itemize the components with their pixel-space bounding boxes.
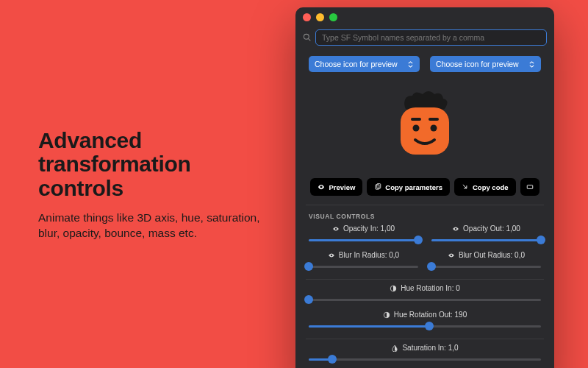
- eye-icon: [452, 225, 459, 233]
- contrast-icon: [383, 311, 390, 319]
- eye-icon: [318, 183, 325, 191]
- button-label: Preview: [329, 183, 355, 191]
- chevron-updown-icon: [407, 61, 414, 68]
- svg-rect-4: [429, 118, 439, 121]
- rectangle-icon: [526, 183, 534, 191]
- svg-point-6: [431, 125, 437, 132]
- svg-point-0: [304, 34, 309, 39]
- blur-out-control: Blur Out Radius: 0,0: [431, 251, 541, 272]
- opacity-out-control: Opacity Out: 1,00: [431, 224, 541, 245]
- opacity-in-control: Opacity In: 1,00: [309, 224, 418, 245]
- close-window-button[interactable]: [303, 13, 311, 21]
- opacity-out-slider[interactable]: [431, 235, 541, 245]
- window-titlebar: [295, 7, 554, 26]
- maximize-window-button[interactable]: [329, 13, 337, 21]
- headline: Advanced transformation controls: [38, 129, 266, 200]
- preview-icon-select-right[interactable]: Choose icon for preview: [430, 56, 541, 72]
- saturation-in-slider[interactable]: [309, 354, 541, 364]
- eye-icon: [332, 225, 340, 233]
- blur-in-slider[interactable]: [309, 261, 418, 272]
- svg-point-5: [413, 125, 420, 132]
- visual-controls-label: VISUAL CONTROLS: [295, 205, 554, 223]
- chevron-updown-icon: [528, 61, 535, 68]
- eye-icon: [328, 252, 335, 259]
- preview-area: [295, 78, 554, 174]
- search-icon: [303, 33, 311, 43]
- divider: [306, 339, 544, 339]
- opacity-row: Opacity In: 1,00 Opacity Out: 1,00: [295, 223, 554, 250]
- slider-label: Hue Rotation In: 0: [401, 284, 460, 292]
- slider-label: Saturation In: 1,0: [402, 344, 458, 352]
- saturation-in-control: Saturation In: 1,0: [295, 342, 554, 368]
- svg-rect-9: [527, 185, 533, 189]
- contrast-icon: [390, 285, 397, 292]
- preview-dropdown-row: Choose icon for preview Choose icon for …: [295, 52, 554, 78]
- slider-label: Hue Rotation Out: 190: [394, 311, 467, 319]
- hue-in-control: Hue Rotation In: 0: [295, 283, 554, 309]
- expand-button[interactable]: [520, 178, 539, 196]
- opacity-in-slider[interactable]: [309, 235, 418, 245]
- slider-label: Opacity In: 1,00: [343, 224, 395, 233]
- hue-in-slider[interactable]: [309, 294, 541, 305]
- svg-rect-2: [401, 107, 449, 155]
- preview-button[interactable]: Preview: [310, 178, 362, 196]
- eye-icon: [448, 252, 455, 259]
- search-input[interactable]: [315, 29, 547, 46]
- app-window: Choose icon for preview Choose icon for …: [295, 7, 554, 368]
- copy-icon: [374, 183, 381, 191]
- blur-in-control: Blur In Radius: 0,0: [309, 251, 418, 272]
- action-row: Preview Copy parameters Copy code: [295, 174, 554, 205]
- slider-label: Opacity Out: 1,00: [463, 224, 520, 233]
- copy-code-button[interactable]: Copy code: [454, 178, 516, 196]
- hue-out-slider[interactable]: [309, 321, 541, 331]
- select-label: Choose icon for preview: [436, 60, 519, 68]
- marketing-copy: Advanced transformation controls Animate…: [38, 129, 266, 241]
- blur-row: Blur In Radius: 0,0 Blur Out Radius: 0,0: [295, 250, 554, 276]
- arrow-down-right-icon: [462, 183, 469, 191]
- svg-rect-3: [411, 118, 421, 121]
- divider: [306, 279, 544, 280]
- preview-avatar: [392, 90, 458, 163]
- blur-out-slider[interactable]: [431, 261, 541, 272]
- minimize-window-button[interactable]: [316, 13, 324, 21]
- slider-label: Blur In Radius: 0,0: [339, 251, 399, 259]
- hue-out-control: Hue Rotation Out: 190: [295, 309, 554, 336]
- preview-icon-select-left[interactable]: Choose icon for preview: [309, 56, 420, 72]
- select-label: Choose icon for preview: [315, 60, 398, 68]
- drop-icon: [391, 344, 398, 352]
- search-bar: [295, 26, 554, 52]
- button-label: Copy code: [473, 183, 509, 191]
- slider-label: Blur Out Radius: 0,0: [459, 251, 525, 259]
- button-label: Copy parameters: [385, 183, 442, 191]
- subline: Animate things like 3D axis, hue, satura…: [38, 210, 266, 241]
- copy-parameters-button[interactable]: Copy parameters: [367, 178, 450, 196]
- svg-line-1: [309, 38, 311, 40]
